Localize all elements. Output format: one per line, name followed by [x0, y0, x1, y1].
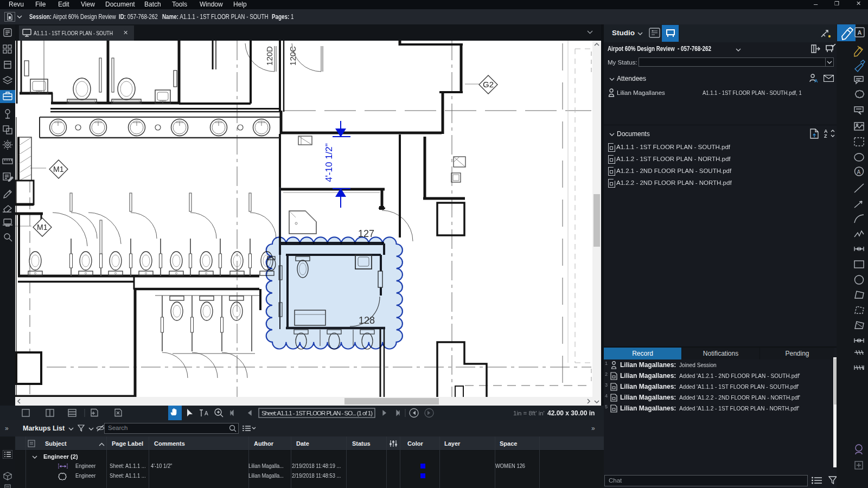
svg-text:42.00 x 30.00 in: 42.00 x 30.00 in: [547, 409, 595, 417]
svg-text:127: 127: [358, 228, 374, 239]
svg-text:120D: 120D: [265, 46, 274, 66]
svg-text:4'-10 1/2": 4'-10 1/2": [324, 143, 334, 182]
svg-text:G2: G2: [483, 80, 494, 89]
svg-text:M1: M1: [37, 223, 48, 232]
svg-text:128: 128: [359, 315, 375, 326]
svg-text:M1: M1: [53, 165, 64, 174]
svg-text:Sheet: A1.1.1 - 1ST FLOOR PLAN: Sheet: A1.1.1 - 1ST FLOOR PLAN - SO... (…: [261, 410, 373, 416]
svg-text:Z: Z: [824, 133, 827, 138]
svg-text:A: A: [857, 169, 861, 175]
svg-text:A: A: [814, 78, 818, 84]
svg-text:120C: 120C: [288, 46, 297, 66]
svg-text:1in = 8ft' in': 1in = 8ft' in': [513, 410, 545, 416]
svg-text:A: A: [858, 29, 862, 36]
svg-text:A: A: [205, 410, 208, 416]
